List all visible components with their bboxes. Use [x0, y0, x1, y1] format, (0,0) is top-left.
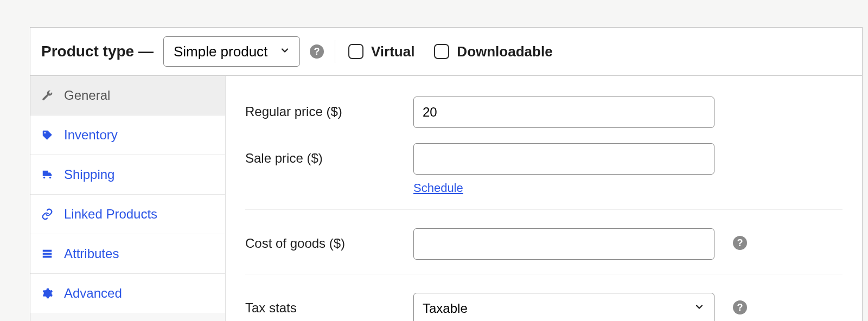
cost-of-goods-label: Cost of goods ($): [245, 228, 397, 251]
virtual-checkbox[interactable]: Virtual: [348, 43, 414, 60]
vertical-separator: [335, 40, 335, 63]
list-icon: [40, 248, 54, 260]
tab-label: Shipping: [64, 167, 114, 182]
sale-price-row: Sale price ($) Schedule: [245, 136, 843, 203]
general-tab-content: Regular price ($) Sale price ($) Schedul…: [226, 76, 862, 321]
tab-label: Attributes: [64, 246, 119, 261]
help-icon[interactable]: ?: [733, 300, 747, 314]
sale-price-label: Sale price ($): [245, 143, 397, 166]
link-icon: [40, 208, 54, 220]
regular-price-label: Regular price ($): [245, 97, 397, 119]
tab-general[interactable]: General: [30, 76, 225, 115]
product-data-body: General Inventory Shipping Linked Produc…: [30, 76, 862, 321]
product-data-panel: Product type — Simple product ? Virtual …: [30, 27, 863, 321]
downloadable-checkbox[interactable]: Downloadable: [434, 43, 552, 60]
tab-attributes[interactable]: Attributes: [30, 234, 225, 274]
svg-rect-1: [43, 253, 52, 255]
truck-icon: [40, 169, 54, 181]
gear-icon: [40, 287, 54, 299]
cost-of-goods-row: Cost of goods ($) ?: [245, 209, 843, 267]
tab-linked-products[interactable]: Linked Products: [30, 195, 225, 234]
tab-label: Advanced: [64, 286, 122, 301]
tag-icon: [40, 129, 54, 141]
product-data-header: Product type — Simple product ? Virtual …: [30, 28, 862, 76]
downloadable-label: Downloadable: [457, 43, 552, 60]
svg-rect-2: [43, 256, 52, 258]
tab-advanced[interactable]: Advanced: [30, 274, 225, 313]
svg-rect-0: [43, 250, 52, 252]
regular-price-input[interactable]: [413, 97, 714, 128]
help-icon[interactable]: ?: [733, 236, 747, 250]
product-data-tabs: General Inventory Shipping Linked Produc…: [30, 76, 226, 321]
product-type-select-wrap: Simple product: [163, 36, 300, 67]
checkbox-icon: [348, 44, 363, 59]
wrench-icon: [40, 89, 54, 101]
tab-label: Linked Products: [64, 207, 157, 222]
tax-status-row: Tax stats Taxable ?: [245, 274, 843, 321]
regular-price-row: Regular price ($): [245, 89, 843, 136]
checkbox-icon: [434, 44, 449, 59]
tab-label: Inventory: [64, 127, 118, 143]
tax-status-select[interactable]: Taxable: [413, 293, 714, 321]
tab-label: General: [64, 88, 110, 103]
cost-of-goods-input[interactable]: [413, 228, 714, 260]
tab-shipping[interactable]: Shipping: [30, 155, 225, 195]
product-type-select[interactable]: Simple product: [163, 36, 300, 67]
product-type-label: Product type —: [41, 43, 154, 60]
sale-price-input[interactable]: [413, 143, 714, 175]
help-icon[interactable]: ?: [310, 44, 324, 59]
tab-inventory[interactable]: Inventory: [30, 115, 225, 155]
schedule-link[interactable]: Schedule: [413, 181, 463, 195]
tax-status-label: Tax stats: [245, 293, 397, 316]
virtual-label: Virtual: [371, 43, 414, 60]
